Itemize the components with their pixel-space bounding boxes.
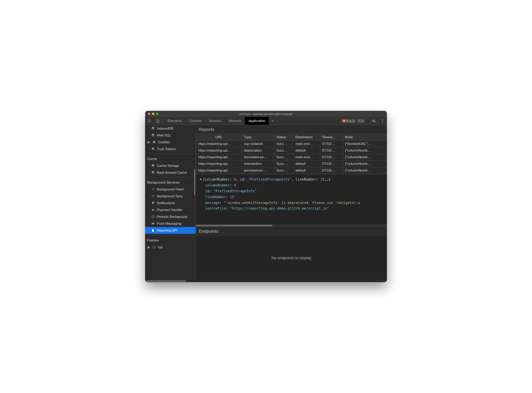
sidebar-item-bg-sync[interactable]: Background Sync <box>145 193 196 200</box>
traffic-lights <box>148 113 158 115</box>
card-icon <box>151 208 155 212</box>
cell-body: {"columnNumb… <box>343 161 387 167</box>
cookie-icon <box>152 140 156 144</box>
error-warning-badge[interactable]: ✕ 2 ▲ 1 <box>341 119 356 123</box>
table-row[interactable]: https://reporting-api…document-po…Succ…m… <box>196 154 387 161</box>
sidebar-hscrollbar[interactable] <box>145 280 387 282</box>
devtools-window: DevTools - reporting-api-demo.glitch.me/… <box>145 111 387 282</box>
inspect-icon[interactable] <box>145 117 154 125</box>
sidebar-item-label: Notifications <box>157 201 175 205</box>
cell-dest: default <box>293 161 320 167</box>
svg-point-3 <box>382 119 383 120</box>
cell-url: https://reporting-api… <box>196 147 242 154</box>
cell-url: https://reporting-api… <box>196 154 242 161</box>
sidebar-item-cache-storage[interactable]: Cache Storage <box>145 162 196 169</box>
device-toggle-icon[interactable] <box>154 117 162 125</box>
sidebar-separator <box>145 235 196 235</box>
reports-title: Reports <box>196 125 387 134</box>
sidebar-item-cookies[interactable]: ▶ Cookies <box>145 139 196 146</box>
sidebar-item-label: IndexedDB <box>157 127 173 130</box>
scrollbar-thumb[interactable] <box>146 280 186 282</box>
cell-body: {"columnNumb… <box>343 167 387 174</box>
cell-ts: 07/10/… <box>320 147 343 154</box>
close-icon[interactable] <box>148 113 150 115</box>
table-row[interactable]: https://reporting-api…interventionSucc…d… <box>196 161 387 167</box>
detail-hscrollbar[interactable] <box>196 224 387 226</box>
sidebar-item-reporting-api[interactable]: Reporting API <box>145 227 196 234</box>
detail-prop: columnNumber: 8 <box>200 182 383 188</box>
svg-point-10 <box>154 142 155 142</box>
tab-elements[interactable]: Elements <box>164 117 185 125</box>
cell-type: document-po… <box>242 154 274 161</box>
tab-application[interactable]: Application <box>245 117 269 125</box>
th-type[interactable]: Type <box>242 134 274 141</box>
warning-count: 1 <box>352 119 354 123</box>
cell-dest: main-end… <box>293 141 320 147</box>
kebab-menu-icon[interactable] <box>380 119 385 123</box>
sidebar-item-bfcache[interactable]: Back-forward Cache <box>145 169 196 176</box>
error-icon: ✕ <box>342 119 346 123</box>
cell-dest: default <box>293 167 320 174</box>
sidebar-scrollbar[interactable] <box>194 125 196 280</box>
table-header-row: URL Type Status Destination Timest… Body <box>196 134 387 141</box>
detail-prop: message: "'window.webkitStorageInfo' is … <box>200 200 383 206</box>
endpoints-empty: No endpoints to display <box>196 236 387 280</box>
detail-prop: lineNumber: 19 <box>200 194 383 200</box>
more-tabs-icon[interactable]: » <box>269 117 276 125</box>
main-pane: Reports URL Type Status Destination Time… <box>196 125 387 280</box>
sidebar-item-push-messaging[interactable]: Push Messaging <box>145 220 196 227</box>
sidebar-item-label: top <box>158 245 163 249</box>
sidebar-item-websql[interactable]: Web SQL <box>145 132 196 139</box>
settings-icon[interactable] <box>370 119 378 123</box>
sidebar-item-bg-fetch[interactable]: Background Fetch <box>145 186 196 193</box>
cell-ts: 07/10/… <box>320 141 343 147</box>
sidebar-item-periodic-bg[interactable]: Periodic Background <box>145 213 196 220</box>
cell-url: https://reporting-api… <box>196 167 242 174</box>
th-body[interactable]: Body <box>343 134 387 141</box>
maximize-icon[interactable] <box>156 113 158 115</box>
sidebar-item-label: Back-forward Cache <box>157 171 187 175</box>
sidebar-item-indexeddb[interactable]: IndexedDB <box>145 125 196 132</box>
th-status[interactable]: Status <box>274 134 293 141</box>
sidebar-item-label: Periodic Background <box>157 215 187 219</box>
cell-type: permissions-… <box>242 167 274 174</box>
svg-point-4 <box>382 121 383 121</box>
caret-down-icon[interactable]: ▼ <box>200 177 201 181</box>
detail-summary[interactable]: ▼{columnNumber: 8, id: "PrefixedStorageI… <box>200 177 383 182</box>
issues-badge[interactable]: ⚑ 1 <box>357 119 365 123</box>
cell-url: https://reporting-api… <box>196 161 242 167</box>
th-url[interactable]: URL <box>196 134 242 141</box>
database-icon <box>151 171 155 174</box>
sidebar-item-trust-tokens[interactable]: Trust Tokens <box>145 146 196 152</box>
sidebar-item-label: Web SQL <box>157 133 171 137</box>
cell-type: csp-violation <box>242 141 274 147</box>
cell-status: Succ… <box>274 147 293 154</box>
error-count: 2 <box>347 119 348 123</box>
th-destination[interactable]: Destination <box>293 134 320 141</box>
svg-rect-16 <box>152 209 154 210</box>
scrollbar-thumb[interactable] <box>196 225 273 226</box>
cell-ts: 07/10/… <box>320 154 343 161</box>
sidebar-item-label: Reporting API <box>157 229 177 232</box>
expand-arrow-icon[interactable]: ▶ <box>147 140 150 144</box>
table-row[interactable]: https://reporting-api…permissions-…Succ…… <box>196 167 387 174</box>
sidebar-item-top-frame[interactable]: ▶ top <box>145 244 196 251</box>
tab-network[interactable]: Network <box>225 117 245 125</box>
sidebar-item-label: Background Sync <box>157 194 183 198</box>
tab-console[interactable]: Console <box>185 117 205 125</box>
application-sidebar: IndexedDB Web SQL ▶ Cookies Trust Tokens… <box>145 125 196 280</box>
table-row[interactable]: https://reporting-api…deprecationSucc…de… <box>196 147 387 154</box>
report-detail[interactable]: ▼{columnNumber: 8, id: "PrefixedStorageI… <box>196 174 387 224</box>
expand-arrow-icon[interactable]: ▶ <box>147 245 150 249</box>
toolbar-divider <box>163 118 163 123</box>
svg-rect-18 <box>153 246 155 248</box>
clock-icon <box>151 215 155 218</box>
sidebar-item-payment-handler[interactable]: Payment Handler <box>145 206 196 213</box>
sidebar-item-notifications[interactable]: Notifications <box>145 200 196 206</box>
th-timestamp[interactable]: Timest… <box>320 134 343 141</box>
tab-sources[interactable]: Sources <box>205 117 225 125</box>
minimize-icon[interactable] <box>152 113 154 115</box>
table-row[interactable]: https://reporting-api…csp-violationSucc…… <box>196 141 387 147</box>
cell-status: Succ… <box>274 161 293 167</box>
scrollbar-thumb[interactable] <box>194 169 195 196</box>
